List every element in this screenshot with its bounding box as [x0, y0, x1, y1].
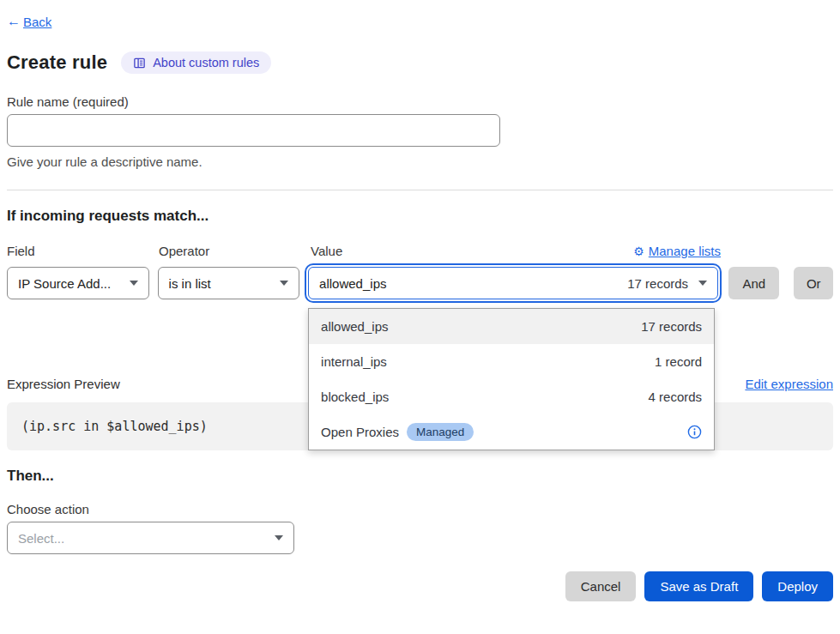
chevron-down-icon	[698, 281, 707, 286]
operator-select-value: is in list	[169, 276, 211, 291]
chevron-down-icon	[280, 281, 288, 286]
list-item-open-proxies[interactable]: Open Proxies Managed	[309, 414, 714, 450]
manage-lists-link[interactable]: ⚙ Manage lists	[633, 244, 721, 258]
then-heading: Then...	[7, 468, 833, 485]
value-select-records: 17 records	[627, 276, 688, 291]
about-custom-rules-link[interactable]: About custom rules	[121, 51, 271, 74]
footer-actions: Cancel Save as Draft Deploy	[7, 571, 833, 601]
managed-badge: Managed	[407, 423, 474, 441]
choose-action-label: Choose action	[7, 502, 833, 516]
value-dropdown-menu: allowed_ips 17 records internal_ips 1 re…	[308, 308, 715, 450]
list-item-records: 1 record	[655, 354, 702, 369]
value-select[interactable]: allowed_ips 17 records	[308, 267, 718, 299]
gear-icon: ⚙	[633, 245, 644, 257]
chevron-down-icon	[130, 281, 138, 286]
and-button[interactable]: And	[728, 267, 779, 299]
condition-labels-row: Field Operator Value ⚙ Manage lists	[7, 244, 833, 258]
value-select-wrap: allowed_ips 17 records allowed_ips 17 re…	[308, 267, 718, 299]
manage-lists-label: Manage lists	[649, 244, 721, 258]
action-select[interactable]: Select...	[7, 522, 294, 554]
list-item-name: internal_ips	[321, 354, 387, 369]
list-item-records: 17 records	[641, 319, 702, 334]
rule-name-label: Rule name (required)	[7, 94, 833, 109]
field-label: Field	[7, 244, 159, 258]
field-select-value: IP Source Add...	[18, 276, 111, 291]
list-item-internal-ips[interactable]: internal_ips 1 record	[309, 344, 714, 379]
field-select[interactable]: IP Source Add...	[7, 267, 149, 299]
condition-row: IP Source Add... is in list allowed_ips …	[7, 267, 833, 299]
title-row: Create rule About custom rules	[7, 51, 833, 74]
list-item-allowed-ips[interactable]: allowed_ips 17 records	[309, 309, 714, 344]
info-icon[interactable]	[687, 425, 702, 439]
expression-preview-label: Expression Preview	[7, 377, 120, 391]
list-item-name: blocked_ips	[321, 389, 389, 404]
book-icon	[133, 57, 146, 69]
chevron-down-icon	[275, 535, 283, 540]
or-button[interactable]: Or	[794, 267, 833, 299]
back-arrow-icon: ←	[7, 14, 21, 29]
value-select-value: allowed_ips	[319, 276, 386, 291]
list-item-records: 4 records	[649, 389, 703, 404]
about-badge-label: About custom rules	[153, 56, 259, 69]
page-title: Create rule	[7, 51, 107, 74]
match-heading: If incoming requests match...	[7, 208, 833, 225]
save-as-draft-button[interactable]: Save as Draft	[644, 571, 753, 601]
create-rule-page: ← Back Create rule About custom rules Ru…	[0, 0, 840, 634]
operator-select[interactable]: is in list	[158, 267, 300, 299]
action-select-placeholder: Select...	[18, 531, 64, 546]
deploy-button[interactable]: Deploy	[762, 571, 833, 601]
back-label: Back	[23, 15, 51, 29]
edit-expression-link[interactable]: Edit expression	[745, 377, 833, 391]
back-link[interactable]: ← Back	[7, 14, 51, 29]
section-divider	[7, 190, 833, 190]
operator-label: Operator	[159, 244, 311, 258]
list-item-name: Open Proxies	[321, 425, 399, 439]
cancel-button[interactable]: Cancel	[565, 571, 637, 601]
rule-name-help: Give your rule a descriptive name.	[7, 154, 833, 169]
value-label: Value	[311, 244, 342, 258]
list-item-blocked-ips[interactable]: blocked_ips 4 records	[309, 379, 714, 414]
expression-code: (ip.src in $allowed_ips)	[21, 419, 208, 434]
list-item-name: allowed_ips	[321, 319, 388, 334]
rule-name-input[interactable]	[7, 114, 500, 147]
